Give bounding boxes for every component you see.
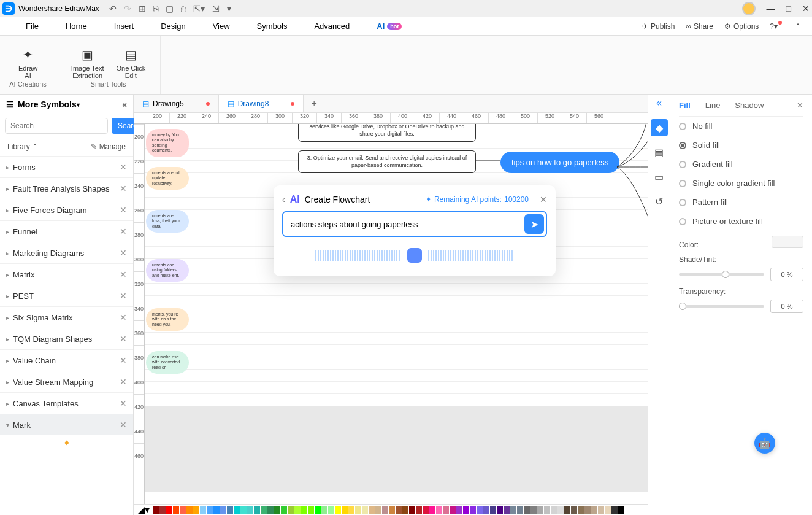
lib-item-mark[interactable]: ▾Mark✕ [0,414,133,435]
menu-view[interactable]: View [199,17,243,35]
color-swatch[interactable] [200,506,206,514]
options-button[interactable]: ⚙ Options [724,22,759,31]
expand-panel-icon[interactable]: » [656,98,662,109]
color-swatch[interactable] [321,506,327,514]
lib-item-matrix[interactable]: ▸Matrix✕ [0,263,133,285]
tab-fill[interactable]: Fill [679,101,691,110]
color-swatch[interactable] [355,506,361,514]
color-swatch[interactable] [254,506,260,514]
color-swatch[interactable] [544,506,550,514]
lib-item-canvas-templates[interactable]: ▸Canvas Templates✕ [0,392,133,414]
color-swatch[interactable] [335,506,341,514]
close-icon[interactable]: ✕ [120,312,127,322]
menu-design[interactable]: Design [147,17,199,35]
color-swatch[interactable] [274,506,280,514]
close-icon[interactable]: ✕ [797,101,803,110]
more-icon[interactable]: ▾ [227,4,231,14]
color-swatch[interactable] [578,506,584,514]
color-swatch[interactable] [193,506,199,514]
color-swatch[interactable] [369,506,375,514]
search-input[interactable] [5,118,108,134]
tab-shadow[interactable]: Shadow [735,101,764,110]
share-button[interactable]: ∞ Share [686,22,713,31]
one-click-edit-button[interactable]: ▤One Click Edit [116,47,145,79]
color-swatch[interactable] [301,506,307,514]
style-tool[interactable]: ◆ [651,119,668,136]
minimize-icon[interactable]: — [767,4,775,14]
close-icon[interactable]: ✕ [120,269,127,279]
transparency-slider[interactable] [679,305,764,308]
color-swatch[interactable] [281,506,287,514]
fill-single-gradient[interactable]: Single color gradient fill [679,174,803,193]
mindmap-node[interactable]: uments can using folders and make ent. [146,259,189,282]
color-swatch[interactable] [186,506,193,514]
mark-symbol[interactable]: ◆ [0,435,133,449]
color-swatch[interactable] [551,506,557,514]
color-swatch[interactable] [409,506,415,514]
close-icon[interactable]: ✕ [120,291,127,301]
close-icon[interactable]: ✕ [120,334,127,344]
color-swatch[interactable] [483,506,489,514]
color-swatch[interactable] [207,506,213,514]
color-swatch[interactable] [530,506,537,514]
tab-drawing5[interactable]: ▤Drawing5 [134,95,219,112]
mindmap-root[interactable]: tips on how to go paperless [500,152,619,173]
lib-item-value-chain[interactable]: ▸Value Chain✕ [0,349,133,371]
color-swatch[interactable] [591,506,597,514]
save-icon[interactable]: ▢ [166,4,174,14]
color-swatch[interactable] [611,506,618,514]
color-swatch[interactable] [389,506,395,514]
open-icon[interactable]: ⎘ [153,4,158,14]
publish-button[interactable]: ✈ Publish [642,22,675,31]
close-icon[interactable]: ✕ [540,195,547,204]
color-swatch[interactable] [240,506,247,514]
fill-gradient[interactable]: Gradient fill [679,155,803,174]
color-swatch[interactable] [416,506,422,514]
lib-item-tqm[interactable]: ▸TQM Diagram Shapes✕ [0,328,133,349]
canvas[interactable]: money by You can also by sending ocument… [145,124,648,504]
color-swatch[interactable] [213,506,220,514]
flowchart-box[interactable]: services like Google Drive, Dropbox or O… [298,124,476,142]
color-swatch[interactable] [247,506,253,514]
menu-advanced[interactable]: Advanced [301,17,363,35]
color-swatch[interactable] [166,506,172,514]
shade-slider[interactable] [679,273,764,276]
color-swatch[interactable] [564,506,570,514]
redo-icon[interactable]: ↷ [124,4,131,14]
history-tool[interactable]: ↺ [651,193,668,210]
mindmap-node[interactable]: money by You can also by sending ocument… [146,129,189,157]
lib-item-marketing[interactable]: ▸Marketing Diagrams✕ [0,242,133,263]
transparency-value[interactable]: 0 % [770,300,803,313]
color-swatch[interactable] [517,506,523,514]
add-tab-button[interactable]: + [304,98,324,109]
color-swatch[interactable] [571,506,577,514]
ai-prompt-input[interactable] [283,214,523,235]
close-icon[interactable]: ✕ [802,4,810,14]
color-swatch[interactable] [348,506,354,514]
color-swatch[interactable] [173,506,179,514]
color-swatch[interactable] [342,506,348,514]
close-icon[interactable]: ✕ [120,184,127,193]
print-icon[interactable]: ⎙ [181,4,186,14]
manage-button[interactable]: ✎ Manage [91,142,126,151]
export-icon[interactable]: ⇱▾ [193,4,205,14]
color-picker[interactable] [772,236,803,248]
mindmap-node[interactable]: can make ose with converted read or [146,351,189,374]
menu-ai[interactable]: AIhot [363,17,415,35]
fill-dropper-icon[interactable]: ◢▾ [137,504,150,515]
lib-item-five-forces[interactable]: ▸Five Forces Diagram✕ [0,199,133,220]
mindmap-node[interactable]: uments are nd update, roductivity. [146,167,189,190]
color-swatch[interactable] [584,506,591,514]
color-swatch[interactable] [477,506,483,514]
color-swatch[interactable] [288,506,294,514]
tab-drawing8[interactable]: ▤Drawing8 [219,95,304,112]
color-swatch[interactable] [598,506,604,514]
image-text-extract-button[interactable]: ▣Image Text Extraction [71,47,104,79]
close-icon[interactable]: ✕ [120,398,127,408]
lib-item-six-sigma[interactable]: ▸Six Sigma Matrix✕ [0,306,133,328]
color-swatch[interactable] [294,506,301,514]
lib-item-forms[interactable]: ▸Forms✕ [0,156,133,177]
color-swatch[interactable] [261,506,267,514]
fill-solid[interactable]: Solid fill [679,136,803,155]
color-swatch[interactable] [429,506,435,514]
